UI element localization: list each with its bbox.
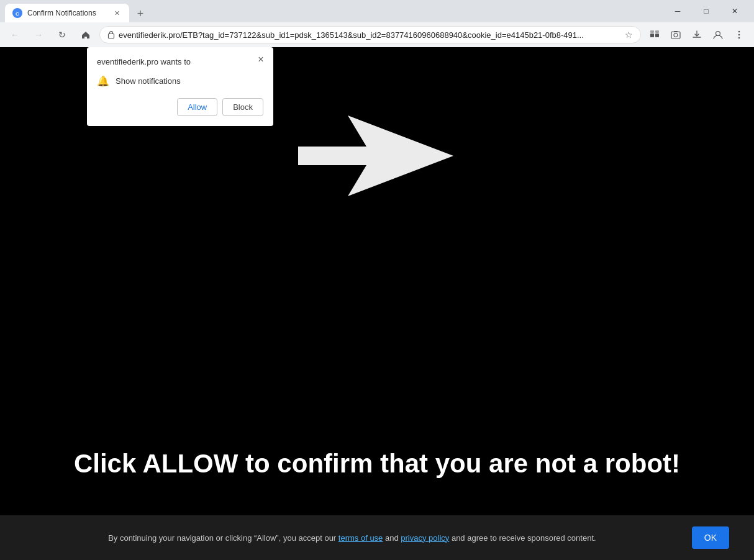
- svg-rect-5: [650, 30, 654, 33]
- new-tab-button[interactable]: +: [132, 5, 149, 22]
- lock-icon: [107, 30, 115, 40]
- home-button[interactable]: [76, 25, 96, 45]
- allow-button[interactable]: Allow: [177, 98, 217, 116]
- close-window-button[interactable]: ✕: [720, 1, 749, 21]
- privacy-policy-link[interactable]: privacy policy: [401, 533, 449, 543]
- consent-text-after: and agree to receive sponsored content.: [449, 533, 596, 543]
- title-bar: C Confirm Notifications ✕ + ─ □ ✕: [0, 0, 754, 22]
- svg-rect-3: [650, 34, 654, 37]
- back-button[interactable]: ←: [5, 25, 25, 45]
- navigation-bar: ← → ↻ eventifiederik.pro/ETB?tag_id=7371…: [0, 22, 754, 47]
- extensions-button[interactable]: [645, 25, 665, 45]
- consent-text-between: and: [383, 533, 401, 543]
- svg-rect-4: [655, 34, 659, 37]
- svg-rect-7: [671, 32, 680, 38]
- address-bar[interactable]: eventifiederik.pro/ETB?tag_id=737122&sub…: [99, 26, 641, 43]
- screenshot-button[interactable]: [666, 25, 686, 45]
- popup-actions: Allow Block: [97, 98, 263, 116]
- consent-text: By continuing your navigation or clickin…: [25, 533, 679, 543]
- maximize-button[interactable]: □: [692, 1, 720, 21]
- tab-title: Confirm Notifications: [27, 9, 107, 17]
- popup-close-button[interactable]: ×: [253, 52, 268, 67]
- main-headline: Click ALLOW to confirm that you are not …: [0, 448, 754, 479]
- minimize-button[interactable]: ─: [663, 1, 692, 21]
- active-tab[interactable]: C Confirm Notifications ✕: [5, 4, 129, 22]
- consent-ok-button[interactable]: OK: [692, 526, 729, 549]
- popup-permission-row: 🔔 Show notifications: [97, 75, 263, 87]
- svg-rect-2: [109, 34, 114, 38]
- svg-point-13: [738, 37, 740, 39]
- profile-button[interactable]: [708, 25, 728, 45]
- notification-popup: × eventifiederik.pro wants to 🔔 Show not…: [87, 47, 273, 126]
- svg-text:C: C: [16, 11, 19, 17]
- bell-icon: 🔔: [97, 75, 109, 87]
- tab-close-button[interactable]: ✕: [112, 8, 122, 18]
- block-button[interactable]: Block: [222, 98, 263, 116]
- svg-point-8: [674, 34, 678, 37]
- window-controls: ─ □ ✕: [663, 1, 749, 21]
- url-text: eventifiederik.pro/ETB?tag_id=737122&sub…: [119, 30, 621, 40]
- tab-favicon: C: [12, 8, 22, 18]
- svg-rect-6: [655, 30, 659, 33]
- forward-button[interactable]: →: [29, 25, 48, 45]
- svg-rect-9: [674, 31, 678, 32]
- permission-label: Show notifications: [116, 76, 181, 86]
- bookmark-icon[interactable]: ☆: [625, 30, 633, 40]
- page-content: × eventifiederik.pro wants to 🔔 Show not…: [0, 47, 754, 560]
- menu-button[interactable]: [729, 25, 749, 45]
- consent-text-before: By continuing your navigation or clickin…: [108, 533, 338, 543]
- popup-site-text: eventifiederik.pro wants to: [97, 57, 263, 66]
- arrow-graphic: [298, 115, 453, 196]
- browser-window: C Confirm Notifications ✕ + ─ □ ✕ ← → ↻: [0, 0, 754, 560]
- nav-right-icons: [645, 25, 749, 45]
- svg-point-11: [738, 31, 740, 33]
- svg-marker-14: [298, 115, 453, 196]
- svg-point-12: [738, 34, 740, 36]
- reload-button[interactable]: ↻: [52, 25, 72, 45]
- terms-of-use-link[interactable]: terms of use: [338, 533, 383, 543]
- downloads-button[interactable]: [687, 25, 707, 45]
- consent-bar: By continuing your navigation or clickin…: [0, 515, 754, 560]
- tab-strip: C Confirm Notifications ✕ +: [5, 0, 663, 22]
